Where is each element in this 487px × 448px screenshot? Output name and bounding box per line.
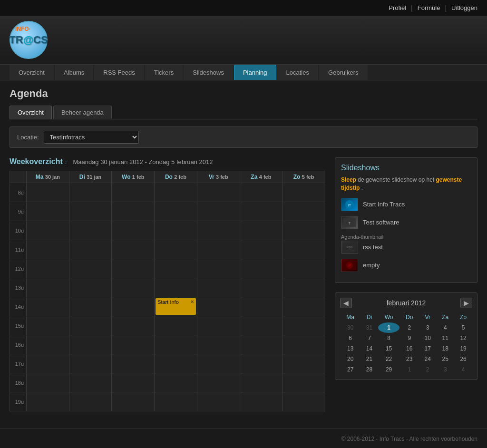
grid-cell-6-0[interactable]	[27, 297, 69, 316]
cal-day-4-6[interactable]: 4	[454, 364, 472, 375]
grid-cell-9-4[interactable]	[197, 354, 240, 373]
grid-cell-0-1[interactable]	[69, 183, 112, 202]
cal-day-2-4[interactable]: 17	[419, 343, 436, 354]
cal-day-3-4[interactable]: 24	[419, 354, 436, 364]
grid-cell-7-2[interactable]	[112, 316, 155, 335]
grid-cell-2-4[interactable]	[197, 221, 240, 240]
grid-cell-7-5[interactable]	[240, 316, 282, 335]
cal-prev-button[interactable]: ◀	[340, 298, 352, 308]
grid-cell-10-6[interactable]	[282, 373, 325, 392]
cal-day-1-6[interactable]: 12	[454, 333, 472, 343]
grid-cell-8-4[interactable]	[197, 335, 240, 354]
grid-cell-8-3[interactable]	[155, 335, 197, 354]
grid-cell-0-6[interactable]	[282, 183, 325, 202]
nav-item-albums[interactable]: Albums	[55, 65, 93, 80]
grid-cell-6-2[interactable]	[112, 297, 155, 316]
grid-cell-9-3[interactable]	[155, 354, 197, 373]
grid-cell-5-4[interactable]	[197, 278, 240, 297]
nav-item-overzicht[interactable]: Overzicht	[10, 65, 54, 80]
grid-cell-9-0[interactable]	[27, 354, 69, 373]
cal-day-4-1[interactable]: 28	[360, 364, 378, 375]
grid-cell-11-0[interactable]	[27, 392, 69, 411]
grid-cell-3-6[interactable]	[282, 240, 325, 259]
nav-item-slideshows[interactable]: Slideshows	[184, 65, 233, 80]
event-close-icon[interactable]: ✕	[190, 299, 194, 304]
cal-day-0-1[interactable]: 31	[360, 322, 378, 333]
grid-cell-7-4[interactable]	[197, 316, 240, 335]
uitloggen-link[interactable]: Uitloggen	[447, 2, 482, 13]
cal-day-3-1[interactable]: 21	[360, 354, 378, 364]
grid-cell-3-3[interactable]	[155, 240, 197, 259]
grid-cell-8-0[interactable]	[27, 335, 69, 354]
grid-cell-1-2[interactable]	[112, 202, 155, 221]
cal-day-0-5[interactable]: 4	[436, 322, 454, 333]
grid-cell-8-1[interactable]	[69, 335, 112, 354]
cal-day-4-4[interactable]: 2	[419, 364, 436, 375]
grid-cell-3-1[interactable]	[69, 240, 112, 259]
cal-day-3-5[interactable]: 25	[436, 354, 454, 364]
nav-item-planning[interactable]: Planning	[234, 65, 276, 80]
grid-cell-6-3[interactable]: ✕Start Info	[155, 297, 197, 316]
cal-day-1-4[interactable]: 10	[419, 333, 436, 343]
grid-cell-7-0[interactable]	[27, 316, 69, 335]
grid-cell-4-0[interactable]	[27, 259, 69, 278]
grid-cell-6-5[interactable]	[240, 297, 282, 316]
grid-cell-11-6[interactable]	[282, 392, 325, 411]
grid-cell-5-0[interactable]	[27, 278, 69, 297]
grid-cell-11-5[interactable]	[240, 392, 282, 411]
grid-cell-10-3[interactable]	[155, 373, 197, 392]
grid-cell-7-6[interactable]	[282, 316, 325, 335]
grid-cell-3-2[interactable]	[112, 240, 155, 259]
grid-cell-0-3[interactable]	[155, 183, 197, 202]
grid-cell-4-4[interactable]	[197, 259, 240, 278]
cal-day-0-2[interactable]: 1	[378, 322, 400, 333]
slideshow-item-infotracs[interactable]: ITStart Info Tracs	[341, 198, 471, 211]
grid-cell-0-5[interactable]	[240, 183, 282, 202]
slideshow-item-empty[interactable]: Pempty	[341, 259, 471, 272]
grid-cell-8-2[interactable]	[112, 335, 155, 354]
grid-cell-4-1[interactable]	[69, 259, 112, 278]
grid-cell-11-3[interactable]	[155, 392, 197, 411]
grid-cell-11-1[interactable]	[69, 392, 112, 411]
cal-day-1-5[interactable]: 11	[436, 333, 454, 343]
grid-cell-5-6[interactable]	[282, 278, 325, 297]
grid-cell-3-0[interactable]	[27, 240, 69, 259]
grid-cell-2-5[interactable]	[240, 221, 282, 240]
cal-day-0-6[interactable]: 5	[454, 322, 472, 333]
cal-next-button[interactable]: ▶	[460, 298, 472, 308]
grid-cell-0-4[interactable]	[197, 183, 240, 202]
cal-day-4-2[interactable]: 29	[378, 364, 400, 375]
grid-cell-10-1[interactable]	[69, 373, 112, 392]
cal-day-1-3[interactable]: 9	[399, 333, 419, 343]
event-block[interactable]: ✕Start Info	[156, 298, 196, 315]
grid-cell-1-4[interactable]	[197, 202, 240, 221]
cal-day-2-0[interactable]: 13	[340, 343, 360, 354]
grid-cell-7-3[interactable]	[155, 316, 197, 335]
cal-day-1-0[interactable]: 6	[340, 333, 360, 343]
profiel-link[interactable]: Profiel	[384, 2, 411, 13]
grid-cell-2-3[interactable]	[155, 221, 197, 240]
cal-day-4-5[interactable]: 3	[436, 364, 454, 375]
grid-cell-0-2[interactable]	[112, 183, 155, 202]
grid-cell-0-0[interactable]	[27, 183, 69, 202]
grid-cell-11-2[interactable]	[112, 392, 155, 411]
grid-cell-10-2[interactable]	[112, 373, 155, 392]
grid-cell-3-5[interactable]	[240, 240, 282, 259]
cal-day-2-3[interactable]: 16	[399, 343, 419, 354]
locatie-select[interactable]: TestInfotracs	[44, 131, 139, 144]
grid-cell-2-0[interactable]	[27, 221, 69, 240]
grid-cell-10-4[interactable]	[197, 373, 240, 392]
grid-cell-2-1[interactable]	[69, 221, 112, 240]
grid-cell-4-3[interactable]	[155, 259, 197, 278]
cal-day-0-4[interactable]: 3	[419, 322, 436, 333]
cal-day-2-1[interactable]: 14	[360, 343, 378, 354]
cal-day-3-3[interactable]: 23	[399, 354, 419, 364]
cal-day-0-3[interactable]: 2	[399, 322, 419, 333]
grid-cell-5-5[interactable]	[240, 278, 282, 297]
grid-cell-1-1[interactable]	[69, 202, 112, 221]
slideshow-item-test[interactable]: TTest software	[341, 216, 471, 229]
grid-cell-6-6[interactable]	[282, 297, 325, 316]
cal-day-4-0[interactable]: 27	[340, 364, 360, 375]
nav-item-gebruikers[interactable]: Gebruikers	[319, 65, 368, 80]
grid-cell-4-6[interactable]	[282, 259, 325, 278]
